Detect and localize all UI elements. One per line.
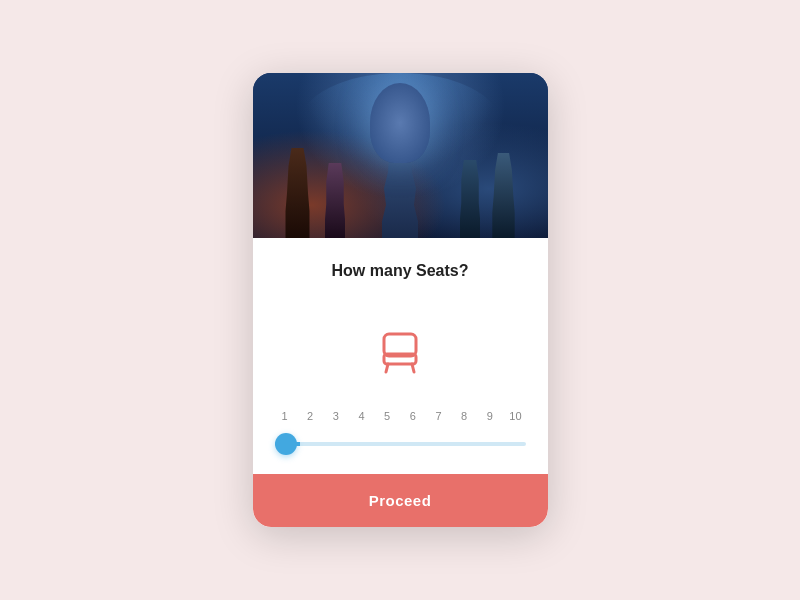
proceed-button[interactable]: Proceed: [253, 474, 548, 527]
seat-numbers-row: 1 2 3 4 5 6 7 8 9 10: [273, 410, 528, 422]
seat-icon-area: [273, 310, 528, 390]
seat-num-10: 10: [505, 410, 525, 422]
character-figure-left: [283, 148, 313, 238]
card-body: How many Seats? 1 2 3 4 5 6 7 8 9: [253, 238, 548, 474]
character-figure-right2: [458, 160, 483, 238]
seat-num-5: 5: [377, 410, 397, 422]
slider-container: [273, 432, 528, 450]
svg-line-2: [386, 364, 388, 372]
seat-num-2: 2: [300, 410, 320, 422]
seat-num-7: 7: [428, 410, 448, 422]
seats-slider[interactable]: [275, 442, 526, 446]
glow-decoration: [300, 73, 500, 173]
movie-banner: [253, 73, 548, 238]
seat-num-8: 8: [454, 410, 474, 422]
character-figure-center: [380, 128, 420, 238]
seat-num-1: 1: [275, 410, 295, 422]
seat-num-4: 4: [351, 410, 371, 422]
svg-rect-1: [384, 354, 416, 364]
seat-icon: [376, 326, 424, 374]
seat-num-6: 6: [403, 410, 423, 422]
seat-num-3: 3: [326, 410, 346, 422]
booking-card: How many Seats? 1 2 3 4 5 6 7 8 9: [253, 73, 548, 527]
character-figure-left2: [323, 163, 348, 238]
svg-line-3: [412, 364, 414, 372]
seat-num-9: 9: [480, 410, 500, 422]
character-figure-right: [490, 153, 518, 238]
question-title: How many Seats?: [332, 262, 469, 280]
